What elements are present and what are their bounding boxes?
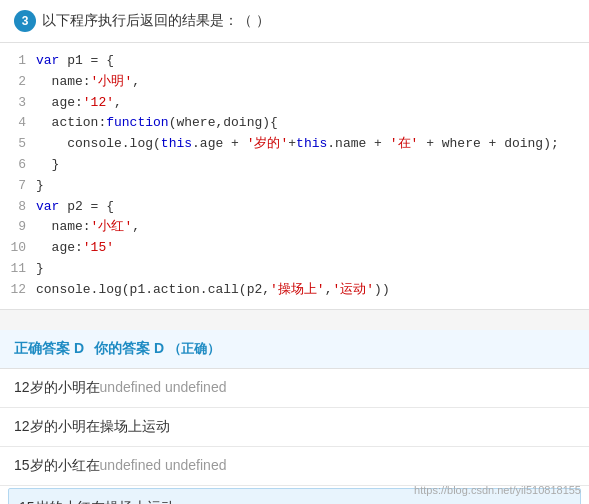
- option-d-text: 15岁的小红在操场上运动: [19, 499, 175, 504]
- option-b-text: 12岁的小明在操场上运动: [14, 418, 170, 434]
- line-code-9: name:'小红',: [36, 217, 140, 238]
- code-line-3: 3 age:'12',: [0, 93, 589, 114]
- correct-mark: （正确）: [168, 341, 220, 356]
- code-line-2: 2 name:'小明',: [0, 72, 589, 93]
- line-code-5: console.log(this.age + '岁的'+this.name + …: [36, 134, 559, 155]
- line-code-10: age:'15': [36, 238, 114, 259]
- line-code-3: age:'12',: [36, 93, 122, 114]
- code-block: 1 var p1 = { 2 name:'小明', 3 age:'12', 4 …: [0, 43, 589, 310]
- correct-answer-label: 正确答案: [14, 340, 70, 356]
- code-line-11: 11 }: [0, 259, 589, 280]
- line-code-7: }: [36, 176, 44, 197]
- code-line-6: 6 }: [0, 155, 589, 176]
- code-line-12: 12 console.log(p1.action.call(p2,'操场上','…: [0, 280, 589, 301]
- line-num-6: 6: [0, 155, 36, 176]
- line-num-9: 9: [0, 217, 36, 238]
- option-b[interactable]: 12岁的小明在操场上运动: [0, 408, 589, 447]
- line-code-6: }: [36, 155, 59, 176]
- line-code-12: console.log(p1.action.call(p2,'操场上','运动'…: [36, 280, 390, 301]
- line-num-1: 1: [0, 51, 36, 72]
- code-line-4: 4 action:function(where,doing){: [0, 113, 589, 134]
- question-header: 3 以下程序执行后返回的结果是：（ ）: [0, 0, 589, 43]
- question-text: 以下程序执行后返回的结果是：（ ）: [42, 12, 270, 30]
- line-num-3: 3: [0, 93, 36, 114]
- line-code-2: name:'小明',: [36, 72, 140, 93]
- line-num-10: 10: [0, 238, 36, 259]
- line-code-4: action:function(where,doing){: [36, 113, 278, 134]
- line-num-2: 2: [0, 72, 36, 93]
- option-c-undefined: undefined undefined: [100, 457, 227, 473]
- line-num-11: 11: [0, 259, 36, 280]
- question-number: 3: [14, 10, 36, 32]
- option-a-undefined: undefined undefined: [100, 379, 227, 395]
- line-num-7: 7: [0, 176, 36, 197]
- code-line-5: 5 console.log(this.age + '岁的'+this.name …: [0, 134, 589, 155]
- spacer: [0, 310, 589, 330]
- your-answer-value: D: [154, 340, 164, 356]
- code-line-10: 10 age:'15': [0, 238, 589, 259]
- code-line-8: 8 var p2 = {: [0, 197, 589, 218]
- line-code-11: }: [36, 259, 44, 280]
- option-a-text: 12岁的小明在undefined undefined: [14, 379, 226, 395]
- option-c[interactable]: 15岁的小红在undefined undefined: [0, 447, 589, 486]
- answer-section: 正确答案 D 你的答案 D （正确）: [0, 330, 589, 369]
- line-num-12: 12: [0, 280, 36, 301]
- your-answer: 你的答案 D （正确）: [94, 340, 220, 358]
- code-line-1: 1 var p1 = {: [0, 51, 589, 72]
- option-c-text: 15岁的小红在undefined undefined: [14, 457, 226, 473]
- code-line-9: 9 name:'小红',: [0, 217, 589, 238]
- line-code-8: var p2 = {: [36, 197, 114, 218]
- line-num-5: 5: [0, 134, 36, 155]
- your-answer-label: 你的答案: [94, 340, 150, 356]
- line-code-1: var p1 = {: [36, 51, 114, 72]
- line-num-8: 8: [0, 197, 36, 218]
- line-num-4: 4: [0, 113, 36, 134]
- correct-answer: 正确答案 D: [14, 340, 84, 358]
- option-a[interactable]: 12岁的小明在undefined undefined: [0, 369, 589, 408]
- code-line-7: 7 }: [0, 176, 589, 197]
- watermark: https://blog.csdn.net/yil510818155: [414, 484, 581, 496]
- correct-answer-value: D: [74, 340, 84, 356]
